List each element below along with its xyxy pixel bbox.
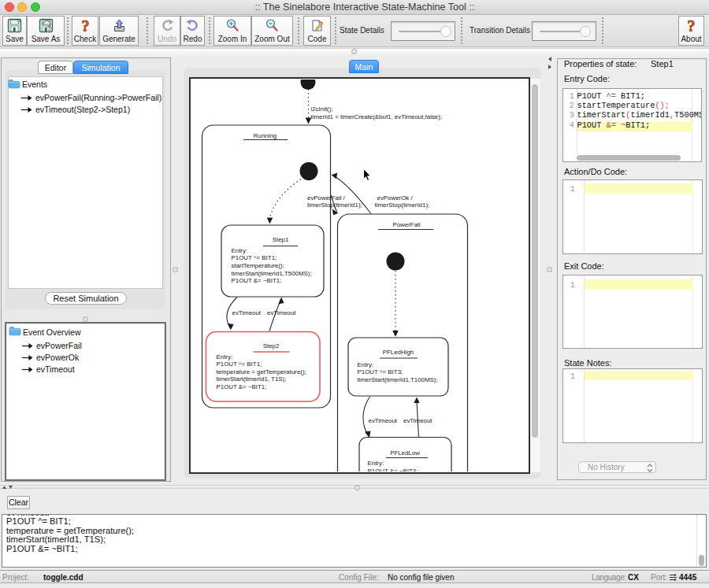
svg-text:P1OUT &= ~BIT1;: P1OUT &= ~BIT1; [232,277,282,284]
svg-text:evTimeout: evTimeout [369,417,398,424]
svg-text:PFLedHigh: PFLedHigh [383,349,414,356]
svg-text:PowerFail: PowerFail [392,221,420,228]
svg-text:Entry:: Entry: [358,361,374,368]
svg-text:timerId1 = timerCreate(&buf1,: timerId1 = timerCreate(&buf1, evTimeout,… [311,113,443,120]
svg-text:PFLedLow: PFLedLow [390,449,420,457]
svg-text:i2cInit();: i2cInit(); [311,105,333,113]
svg-text:Step2: Step2 [263,342,280,349]
svg-text:Step1: Step1 [273,236,289,243]
svg-text:Entry:: Entry: [217,353,233,361]
svg-text:timerStart(timerId1,T500MS);: timerStart(timerId1,T500MS); [232,270,312,277]
svg-text:Entry:: Entry: [232,247,248,254]
svg-text:?: ? [688,18,696,34]
svg-text:evPowerOk /: evPowerOk / [377,194,414,202]
svg-text:timerStop(timerId1);: timerStop(timerId1); [375,202,430,209]
svg-text:?: ? [81,18,89,34]
svg-text:P1OUT &= ~BIT3;: P1OUT &= ~BIT3; [368,468,418,472]
svg-text:evPowerFail /: evPowerFail / [307,194,346,202]
svg-text:P1OUT ^= BIT1;: P1OUT ^= BIT1; [232,254,277,261]
svg-text:timerStart(timerId1, T1S);: timerStart(timerId1, T1S); [217,375,287,383]
svg-text:P1OUT ^= BIT1;: P1OUT ^= BIT1; [217,361,262,368]
svg-text:Entry:: Entry: [368,460,384,467]
svg-text:Running: Running [254,132,277,139]
svg-text:timerStart(timerId1,T100MS);: timerStart(timerId1,T100MS); [358,376,438,383]
svg-text:evTimeout: evTimeout [403,417,432,424]
svg-text:P1OUT &= ~BIT1;: P1OUT &= ~BIT1; [217,383,267,390]
svg-text:evTimeout: evTimeout [232,309,262,316]
svg-text:evTimeout: evTimeout [267,309,296,316]
svg-text:temperature = getTemperature(): temperature = getTemperature(); [217,368,306,375]
svg-text:P1OUT ^= BIT3;: P1OUT ^= BIT3; [358,368,403,375]
svg-text:timerStop(timerId1);: timerStop(timerId1); [307,202,362,209]
svg-text:startTemperature();: startTemperature(); [232,262,284,269]
